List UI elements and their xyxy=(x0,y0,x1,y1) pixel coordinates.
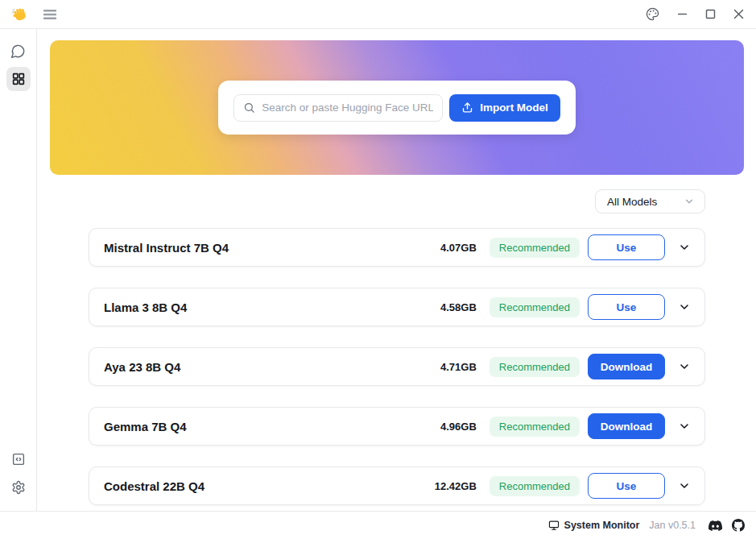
left-sidebar xyxy=(0,29,37,511)
hamburger-menu-button[interactable] xyxy=(40,6,60,23)
sidebar-item-chat[interactable] xyxy=(6,39,31,63)
title-bar xyxy=(0,0,756,29)
chevron-down-icon xyxy=(678,301,691,313)
model-size: 12.42GB xyxy=(435,480,477,492)
hub-content: Import Model All Models Mistral Instruct… xyxy=(37,29,756,511)
palette-icon xyxy=(646,7,659,21)
recommended-badge: Recommended xyxy=(490,357,580,377)
model-list: Mistral Instruct 7B Q4 4.07GB Recommende… xyxy=(89,228,705,505)
recommended-badge: Recommended xyxy=(490,417,580,437)
model-name: Aya 23 8B Q4 xyxy=(104,360,440,374)
minimize-button[interactable] xyxy=(675,6,690,22)
system-monitor-label: System Monitor xyxy=(564,520,640,531)
use-button[interactable]: Use xyxy=(588,234,665,260)
sidebar-item-local-api-server[interactable] xyxy=(6,447,31,471)
app-version: Jan v0.5.1 xyxy=(649,520,696,531)
model-name: Gemma 7B Q4 xyxy=(104,420,440,433)
download-button[interactable]: Download xyxy=(588,354,665,379)
api-server-icon xyxy=(11,452,26,466)
github-link[interactable] xyxy=(732,519,745,532)
model-row: Codestral 22B Q4 12.42GB Recommended Use xyxy=(89,466,705,505)
model-row: Aya 23 8B Q4 4.71GB Recommended Download xyxy=(89,347,705,386)
hub-banner: Import Model xyxy=(50,40,744,175)
sidebar-item-hub[interactable] xyxy=(6,67,31,91)
chevron-down-icon xyxy=(678,360,691,373)
expand-row-button[interactable] xyxy=(675,358,693,375)
model-name: Codestral 22B Q4 xyxy=(104,479,435,493)
search-icon xyxy=(243,102,255,114)
waving-hand-logo-icon xyxy=(10,5,29,24)
discord-link[interactable] xyxy=(708,519,722,533)
system-monitor-toggle[interactable]: System Monitor xyxy=(548,520,640,531)
expand-row-button[interactable] xyxy=(675,298,693,316)
grid-icon xyxy=(11,72,26,86)
monitor-icon xyxy=(548,520,560,531)
recommended-badge: Recommended xyxy=(490,238,580,258)
model-row: Mistral Instruct 7B Q4 4.07GB Recommende… xyxy=(89,228,705,267)
upload-icon xyxy=(461,102,473,114)
close-icon xyxy=(733,9,744,19)
maximize-icon xyxy=(705,9,716,19)
use-button[interactable]: Use xyxy=(588,294,665,320)
expand-row-button[interactable] xyxy=(675,417,693,435)
chevron-down-icon xyxy=(678,241,691,254)
search-input[interactable] xyxy=(262,102,433,114)
chevron-down-icon xyxy=(684,196,695,207)
sidebar-item-settings[interactable] xyxy=(6,475,31,500)
hamburger-icon xyxy=(43,9,57,20)
expand-row-button[interactable] xyxy=(675,238,693,256)
download-button[interactable]: Download xyxy=(588,413,665,439)
close-button[interactable] xyxy=(731,6,746,22)
chevron-down-icon xyxy=(678,479,691,492)
model-name: Llama 3 8B Q4 xyxy=(104,301,440,314)
model-size: 4.71GB xyxy=(440,361,477,373)
import-model-button[interactable]: Import Model xyxy=(449,94,560,122)
model-name: Mistral Instruct 7B Q4 xyxy=(104,241,440,255)
chevron-down-icon xyxy=(678,420,691,433)
recommended-badge: Recommended xyxy=(490,476,580,496)
import-model-label: Import Model xyxy=(480,102,548,114)
theme-palette-button[interactable] xyxy=(643,5,662,23)
model-filter-value: All Models xyxy=(607,196,657,208)
status-bar: System Monitor Jan v0.5.1 xyxy=(0,511,756,539)
search-card: Import Model xyxy=(218,81,576,135)
discord-icon xyxy=(708,519,722,533)
expand-row-button[interactable] xyxy=(675,477,693,495)
model-row: Gemma 7B Q4 4.96GB Recommended Download xyxy=(89,407,705,446)
model-size: 4.58GB xyxy=(440,301,477,313)
model-search-box[interactable] xyxy=(233,94,443,122)
model-size: 4.96GB xyxy=(440,421,477,433)
model-row: Llama 3 8B Q4 4.58GB Recommended Use xyxy=(89,288,705,326)
app-window: Import Model All Models Mistral Instruct… xyxy=(0,0,756,539)
use-button[interactable]: Use xyxy=(588,473,665,499)
model-filter-dropdown[interactable]: All Models xyxy=(595,189,705,214)
chat-bubble-icon xyxy=(10,44,26,59)
github-icon xyxy=(732,519,745,532)
maximize-button[interactable] xyxy=(703,6,718,22)
recommended-badge: Recommended xyxy=(490,297,580,317)
gear-icon xyxy=(11,480,26,495)
model-size: 4.07GB xyxy=(440,242,477,254)
minimize-icon xyxy=(677,9,688,19)
